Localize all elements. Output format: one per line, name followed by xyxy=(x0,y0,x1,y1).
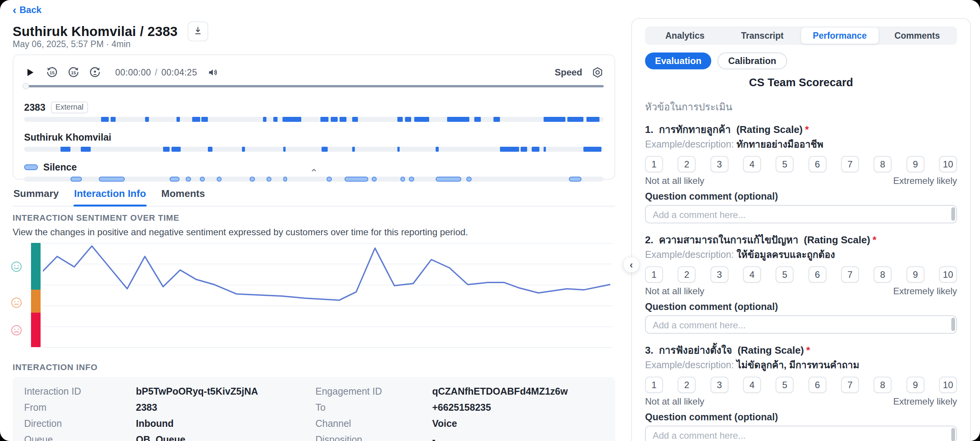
back-button[interactable]: ‹ Back xyxy=(13,5,41,15)
svg-text:15: 15 xyxy=(71,70,76,75)
rating-button-6[interactable]: 6 xyxy=(808,266,826,283)
table-row: Interaction IDbP5TwPoORyq-t5KivZ5jNAEnga… xyxy=(24,383,604,399)
silence-segment xyxy=(186,177,191,182)
volume-button[interactable] xyxy=(207,67,219,78)
rating-button-3[interactable]: 3 xyxy=(710,156,728,172)
play-button[interactable] xyxy=(24,67,36,78)
rating-button-2[interactable]: 2 xyxy=(678,156,696,172)
rating-button-3[interactable]: 3 xyxy=(710,266,728,283)
rating-button-4[interactable]: 4 xyxy=(743,377,761,393)
rating-min-label: Not at all likely xyxy=(645,175,704,186)
app-window: ‹ Back Suthiruk Khomvilai / 2383 May 06,… xyxy=(0,0,980,441)
question-example: Example/description: ไม่ขัดลูกค้า, มีการ… xyxy=(645,358,957,371)
tab-moments[interactable]: Moments xyxy=(160,188,206,206)
scrollbar-thumb[interactable] xyxy=(951,318,955,331)
seekbar-knob[interactable] xyxy=(23,83,29,89)
panel-collapse-button[interactable]: ‹ xyxy=(624,257,639,272)
sentiment-line xyxy=(43,243,612,347)
info-value-interaction-id: bP5TwPoORyq-t5KivZ5jNA xyxy=(136,386,315,397)
question-2: 2. ความสามารถในการแก้ไขปัญหา (Rating Sca… xyxy=(645,233,957,335)
question-example: Example/description: ทักทายอย่างมืออาชีพ xyxy=(645,138,957,151)
left-tabs: SummaryInteraction InfoMoments xyxy=(13,188,615,207)
silence-segment xyxy=(372,177,376,182)
speech-segment xyxy=(583,147,601,152)
rating-button-9[interactable]: 9 xyxy=(906,266,924,283)
rewind-15-button[interactable]: 15 xyxy=(46,66,59,79)
comment-input[interactable] xyxy=(645,315,957,334)
rating-button-1[interactable]: 1 xyxy=(645,156,663,172)
speech-segment xyxy=(586,117,600,122)
rating-button-4[interactable]: 4 xyxy=(743,156,761,172)
speech-segment xyxy=(544,147,546,152)
rating-button-7[interactable]: 7 xyxy=(841,377,859,393)
speech-segment xyxy=(340,117,346,122)
rating-button-5[interactable]: 5 xyxy=(776,266,794,283)
comment-input[interactable] xyxy=(645,426,957,441)
rating-button-4[interactable]: 4 xyxy=(743,266,761,283)
rating-button-8[interactable]: 8 xyxy=(874,377,892,393)
rating-button-6[interactable]: 6 xyxy=(808,377,826,393)
rating-button-10[interactable]: 10 xyxy=(939,377,957,393)
detail-side-panel: AnalyticsTranscriptPerformanceComments E… xyxy=(631,18,971,441)
panel-tab-transcript[interactable]: Transcript xyxy=(724,28,801,44)
info-label-interaction-id: Interaction ID xyxy=(24,386,136,397)
speech-segment xyxy=(273,117,278,122)
info-value-queue: OB_Queue xyxy=(136,434,315,441)
rating-minmax-labels: Not at all likelyExtremely likely xyxy=(645,396,957,407)
sad-face-icon xyxy=(10,324,23,338)
settings-gear-icon[interactable] xyxy=(591,66,604,79)
track-lane-suthiruk-khomvilai[interactable] xyxy=(24,147,604,152)
page-title: Suthiruk Khomvilai / 2383 xyxy=(13,24,178,39)
rating-button-10[interactable]: 10 xyxy=(939,266,957,283)
tab-summary[interactable]: Summary xyxy=(13,188,60,206)
rating-button-6[interactable]: 6 xyxy=(808,156,826,172)
silence-segment xyxy=(327,177,332,182)
playback-time: 00:00:00/00:04:25 xyxy=(115,67,197,78)
comment-input[interactable] xyxy=(645,205,957,223)
speech-segment xyxy=(474,117,481,122)
panel-tab-analytics[interactable]: Analytics xyxy=(646,28,724,44)
rating-button-7[interactable]: 7 xyxy=(841,156,859,172)
speech-segment xyxy=(145,117,149,122)
speech-segment xyxy=(283,117,301,122)
rating-button-5[interactable]: 5 xyxy=(776,156,794,172)
rating-button-1[interactable]: 1 xyxy=(645,266,663,283)
tab-interaction-info[interactable]: Interaction Info xyxy=(74,188,147,206)
speech-segment xyxy=(163,147,170,152)
scrollbar-thumb[interactable] xyxy=(951,428,955,441)
silence-segment xyxy=(99,177,125,182)
info-label-from: From xyxy=(24,402,136,413)
rating-button-8[interactable]: 8 xyxy=(874,156,892,172)
panel-tab-comments[interactable]: Comments xyxy=(879,28,956,44)
rating-button-1[interactable]: 1 xyxy=(645,377,663,393)
speech-segment xyxy=(414,117,429,122)
rating-button-10[interactable]: 10 xyxy=(939,156,957,172)
rating-max-label: Extremely likely xyxy=(893,175,957,186)
sentiment-band-negative xyxy=(31,313,41,347)
rating-button-5[interactable]: 5 xyxy=(776,377,794,393)
speech-segment xyxy=(176,117,180,122)
rating-button-8[interactable]: 8 xyxy=(874,266,892,283)
skip-silence-button[interactable] xyxy=(88,66,101,79)
track-lane-2383[interactable] xyxy=(24,117,604,122)
rating-button-2[interactable]: 2 xyxy=(678,266,696,283)
player-controls: 15 15 00:00:00/00:04:25 xyxy=(24,64,604,81)
download-button[interactable] xyxy=(188,21,208,41)
speech-segment xyxy=(331,117,338,122)
seekbar[interactable] xyxy=(24,85,604,87)
speech-segment xyxy=(521,147,527,152)
rating-scale: 12345678910 xyxy=(645,377,957,393)
mode-pill-evaluation[interactable]: Evaluation xyxy=(645,52,711,69)
forward-15-button[interactable]: 15 xyxy=(67,66,80,79)
rating-button-2[interactable]: 2 xyxy=(678,377,696,393)
rating-button-9[interactable]: 9 xyxy=(906,377,924,393)
mode-pill-calibration[interactable]: Calibration xyxy=(717,52,787,69)
silence-segment xyxy=(466,177,472,182)
scrollbar-thumb[interactable] xyxy=(951,207,955,221)
collapse-player-chevron-icon[interactable]: ⌃ xyxy=(310,169,318,177)
rating-button-3[interactable]: 3 xyxy=(710,377,728,393)
speed-button[interactable]: Speed xyxy=(555,67,582,78)
panel-tab-performance[interactable]: Performance xyxy=(801,28,879,44)
rating-button-7[interactable]: 7 xyxy=(841,266,859,283)
rating-button-9[interactable]: 9 xyxy=(906,156,924,172)
